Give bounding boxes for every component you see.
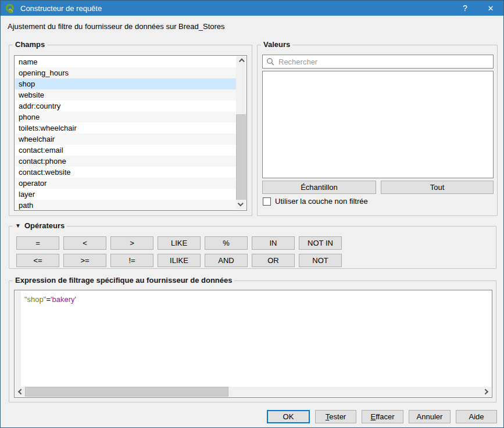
window-title: Constructeur de requête	[20, 4, 102, 13]
operator-button[interactable]: NOT IN	[299, 236, 342, 250]
values-list[interactable]	[262, 71, 494, 178]
qgis-logo-icon	[5, 3, 15, 13]
list-item[interactable]: contact:email	[15, 145, 236, 156]
scroll-left-icon[interactable]	[15, 387, 25, 397]
expression-text[interactable]: "shop"='bakery'	[24, 295, 76, 304]
list-item[interactable]: layer	[15, 189, 236, 200]
list-item[interactable]: contact:website	[15, 167, 236, 178]
list-item[interactable]: shop	[15, 78, 236, 89]
list-item[interactable]: website	[15, 89, 236, 100]
query-builder-dialog: Constructeur de requête ? ✕ Ajustement d…	[0, 0, 504, 428]
operator-button[interactable]: OR	[252, 254, 295, 267]
dialog-subtitle: Ajustement du filtre du fournisseur de d…	[8, 22, 225, 31]
list-item[interactable]: contact:phone	[15, 156, 236, 167]
search-input[interactable]	[262, 55, 494, 69]
cancel-button[interactable]: Annuler	[409, 410, 451, 423]
ok-button[interactable]: OK	[267, 410, 310, 423]
scroll-down-icon[interactable]	[236, 200, 246, 210]
list-item[interactable]: addr:country	[15, 100, 236, 112]
titlebar[interactable]: Constructeur de requête ? ✕	[1, 1, 503, 16]
operator-button[interactable]: <	[63, 236, 106, 250]
expression-editor[interactable]: "shop"='bakery'	[14, 290, 492, 398]
operator-button[interactable]: IN	[252, 236, 295, 250]
values-search	[262, 55, 494, 69]
expression-group-title: Expression de filtrage spécifique au fou…	[13, 276, 234, 285]
list-item[interactable]: name	[15, 56, 236, 67]
scroll-up-icon[interactable]	[236, 56, 246, 66]
operators-groupbox: ▼ Opérateurs =<>LIKE%INNOT IN <=>=!=ILIK…	[9, 226, 496, 269]
fields-groupbox: Champs nameopening_hoursshopwebsiteaddr:…	[9, 45, 252, 216]
all-button[interactable]: Tout	[381, 181, 494, 194]
values-groupbox: Valeurs Échantillon Tout Utiliser la cou…	[257, 45, 498, 216]
unfiltered-layer-option: Utiliser la couche non filtrée	[263, 197, 368, 206]
close-icon[interactable]: ✕	[482, 1, 499, 16]
list-item[interactable]: operator	[15, 178, 236, 189]
fields-group-title: Champs	[13, 40, 47, 49]
list-item[interactable]: wheelchair	[15, 134, 236, 145]
operator-button[interactable]: >	[110, 236, 153, 250]
operator-button[interactable]: %	[205, 236, 248, 250]
operator-button[interactable]: >=	[63, 254, 106, 267]
scrollbar-thumb[interactable]	[25, 387, 228, 397]
list-item[interactable]: opening_hours	[15, 67, 236, 78]
fields-scrollbar[interactable]	[236, 56, 246, 210]
scroll-right-icon[interactable]	[481, 387, 491, 397]
operator-button[interactable]: NOT	[299, 254, 342, 267]
operator-button[interactable]: <=	[16, 254, 59, 267]
unfiltered-layer-checkbox[interactable]	[263, 197, 271, 206]
expression-hscrollbar[interactable]	[15, 387, 491, 397]
expression-value-token: 'bakery'	[51, 295, 76, 304]
operator-button[interactable]: LIKE	[158, 236, 201, 250]
operator-button[interactable]: =	[16, 236, 59, 250]
operator-button[interactable]: ILIKE	[158, 254, 201, 267]
operator-button[interactable]: !=	[110, 254, 153, 267]
list-item[interactable]: path	[15, 200, 236, 211]
collapse-arrow-icon[interactable]: ▼	[15, 222, 21, 229]
expression-groupbox: Expression de filtrage spécifique au fou…	[9, 280, 496, 402]
fields-list[interactable]: nameopening_hoursshopwebsiteaddr:country…	[14, 55, 247, 211]
expression-operator-token: =	[46, 295, 51, 304]
clear-button[interactable]: Effacer	[362, 410, 403, 423]
operator-button[interactable]: AND	[205, 254, 248, 267]
list-item[interactable]: toilets:wheelchair	[15, 123, 236, 134]
operators-group-title[interactable]: ▼ Opérateurs	[13, 221, 67, 230]
values-group-title: Valeurs	[261, 40, 292, 49]
scrollbar-thumb[interactable]	[236, 114, 246, 203]
test-button[interactable]: Tester	[315, 410, 356, 423]
help-titlebar-button[interactable]: ?	[456, 1, 474, 16]
expression-field-token: "shop"	[24, 295, 46, 304]
unfiltered-layer-label: Utiliser la couche non filtrée	[275, 197, 368, 206]
help-button[interactable]: Aide	[456, 410, 497, 423]
list-item[interactable]: phone	[15, 112, 236, 123]
sample-button[interactable]: Échantillon	[262, 181, 376, 194]
expression-gutter	[15, 291, 21, 387]
